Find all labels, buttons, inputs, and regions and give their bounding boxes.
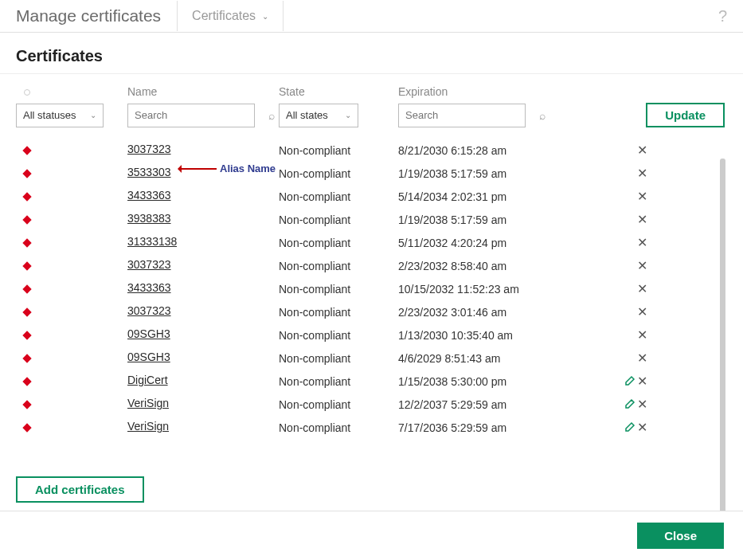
certificate-expiration: 12/2/2037 5:29:59 am xyxy=(398,398,549,411)
table-row: DigiCertNon-compliant1/15/2038 5:30:00 p… xyxy=(16,370,727,393)
table-row: 3037323Non-compliant2/23/2032 3:01:46 am… xyxy=(16,300,727,323)
delete-icon[interactable]: ✕ xyxy=(637,213,647,226)
status-indicator-icon xyxy=(22,192,31,201)
certificate-name-link[interactable]: 3433363 xyxy=(127,281,171,294)
breadcrumb-label: Certificates xyxy=(192,9,256,23)
certificate-name-link[interactable]: VeriSign xyxy=(127,420,169,433)
certificate-state: Non-compliant xyxy=(279,375,398,388)
certificate-expiration: 1/19/2038 5:17:59 am xyxy=(398,213,549,226)
name-search-input[interactable]: ⌕ xyxy=(127,104,255,127)
footer-actions-left: Add certificates xyxy=(16,476,144,503)
certificate-state: Non-compliant xyxy=(279,167,398,180)
delete-icon[interactable]: ✕ xyxy=(637,282,647,296)
status-column-header xyxy=(16,85,127,98)
delete-icon[interactable]: ✕ xyxy=(637,236,647,249)
edit-icon[interactable] xyxy=(624,399,637,412)
delete-icon[interactable]: ✕ xyxy=(637,143,647,157)
status-indicator-icon xyxy=(22,146,31,155)
add-certificates-button[interactable]: Add certificates xyxy=(16,476,144,503)
state-filter-select[interactable]: All states ⌄ xyxy=(279,104,358,127)
certificate-state: Non-compliant xyxy=(279,190,398,203)
certificate-name-link[interactable]: VeriSign xyxy=(127,397,169,409)
name-column-header: Name xyxy=(127,85,279,98)
name-search-field[interactable] xyxy=(135,109,268,121)
status-indicator-icon xyxy=(22,215,31,224)
certificate-expiration: 7/17/2036 5:29:59 am xyxy=(398,421,549,434)
edit-icon[interactable] xyxy=(624,376,637,389)
delete-icon[interactable]: ✕ xyxy=(637,259,647,272)
certificate-state: Non-compliant xyxy=(279,260,398,272)
chevron-down-icon: ⌄ xyxy=(345,111,351,119)
certificate-state: Non-compliant xyxy=(279,237,398,249)
expiration-search-input[interactable]: ⌕ xyxy=(398,104,526,127)
table-row: 3433363Non-compliant10/15/2032 11:52:23 … xyxy=(16,277,727,300)
delete-icon[interactable]: ✕ xyxy=(637,166,647,180)
certificate-name-link[interactable]: 3037323 xyxy=(127,143,171,155)
certificate-name-link[interactable]: DigiCert xyxy=(127,374,168,386)
scrollbar[interactable] xyxy=(720,159,725,533)
state-column-header: State xyxy=(279,85,398,98)
search-icon: ⌕ xyxy=(539,109,546,122)
status-indicator-icon xyxy=(22,400,31,409)
filter-row: All statuses ⌄ ⌕ All states ⌄ ⌕ Update xyxy=(16,103,727,139)
certificate-state: Non-compliant xyxy=(279,352,398,365)
certificate-state: Non-compliant xyxy=(279,421,398,434)
certificate-name-link[interactable]: 3037323 xyxy=(127,258,171,271)
breadcrumb-dropdown[interactable]: Certificates ⌄ xyxy=(177,1,284,31)
table-row: 3037323Non-compliant2/23/2032 8:58:40 am… xyxy=(16,254,727,277)
certificate-name-link[interactable]: 3533303 xyxy=(127,166,171,178)
certificate-name-link[interactable]: 09SGH3 xyxy=(127,327,170,340)
update-button[interactable]: Update xyxy=(646,103,725,127)
certificate-expiration: 8/21/2030 6:15:28 am xyxy=(398,144,549,157)
status-indicator-icon xyxy=(22,169,31,178)
certificate-expiration: 5/14/2034 2:02:31 pm xyxy=(398,190,549,203)
certificate-state: Non-compliant xyxy=(279,213,398,226)
table-row: VeriSignNon-compliant7/17/2036 5:29:59 a… xyxy=(16,416,727,439)
status-indicator-icon xyxy=(22,423,31,432)
expiration-column-header: Expiration xyxy=(398,85,573,98)
status-indicator-icon xyxy=(22,307,31,316)
help-icon[interactable]: ? xyxy=(718,7,727,25)
status-indicator-icon xyxy=(22,331,31,339)
certificate-expiration: 2/23/2032 8:58:40 am xyxy=(398,260,549,272)
content-area: Name State Expiration All statuses ⌄ ⌕ A… xyxy=(0,74,743,439)
table-row: 3037323Non-compliant8/21/2030 6:15:28 am… xyxy=(16,139,727,162)
status-indicator-icon xyxy=(22,284,31,293)
certificate-state: Non-compliant xyxy=(279,283,398,296)
expiration-search-field[interactable] xyxy=(405,109,539,121)
status-filter-label: All statuses xyxy=(23,109,76,121)
table-row: 3533303Non-compliant1/19/2038 5:17:59 am… xyxy=(16,162,727,185)
footer-bar: Close xyxy=(0,511,743,560)
certificate-name-link[interactable]: 31333138 xyxy=(127,235,177,248)
certificate-expiration: 5/11/2032 4:20:24 pm xyxy=(398,237,549,249)
delete-icon[interactable]: ✕ xyxy=(637,421,647,434)
page-title: Certificates xyxy=(0,33,743,74)
delete-icon[interactable]: ✕ xyxy=(637,374,647,388)
chevron-down-icon: ⌄ xyxy=(90,111,96,119)
table-row: 09SGH3Non-compliant4/6/2029 8:51:43 am✕ xyxy=(16,347,727,370)
status-indicator-icon xyxy=(22,354,31,362)
delete-icon[interactable]: ✕ xyxy=(637,190,647,203)
delete-icon[interactable]: ✕ xyxy=(637,328,647,342)
certificate-expiration: 1/15/2038 5:30:00 pm xyxy=(398,375,549,388)
dialog-title: Manage certificates xyxy=(0,0,177,32)
table-row: 3433363Non-compliant5/14/2034 2:02:31 pm… xyxy=(16,185,727,208)
close-button[interactable]: Close xyxy=(637,523,724,549)
certificate-expiration: 4/6/2029 8:51:43 am xyxy=(398,352,549,365)
status-indicator-icon xyxy=(22,377,31,386)
delete-icon[interactable]: ✕ xyxy=(637,397,647,411)
status-filter-select[interactable]: All statuses ⌄ xyxy=(16,104,104,127)
certificate-name-link[interactable]: 3037323 xyxy=(127,304,171,317)
column-headers: Name State Expiration xyxy=(16,74,727,103)
delete-icon[interactable]: ✕ xyxy=(637,305,647,319)
delete-icon[interactable]: ✕ xyxy=(637,351,647,365)
certificate-state: Non-compliant xyxy=(279,329,398,342)
certificate-name-link[interactable]: 3938383 xyxy=(127,212,171,225)
certificate-expiration: 2/23/2032 3:01:46 am xyxy=(398,306,549,319)
certificate-name-link[interactable]: 09SGH3 xyxy=(127,350,170,363)
dialog-header: Manage certificates Certificates ⌄ ? xyxy=(0,0,743,33)
certificate-name-link[interactable]: 3433363 xyxy=(127,189,171,202)
certificates-table: 3037323Non-compliant8/21/2030 6:15:28 am… xyxy=(16,139,727,439)
edit-icon[interactable] xyxy=(624,422,637,435)
search-icon: ⌕ xyxy=(268,109,275,122)
